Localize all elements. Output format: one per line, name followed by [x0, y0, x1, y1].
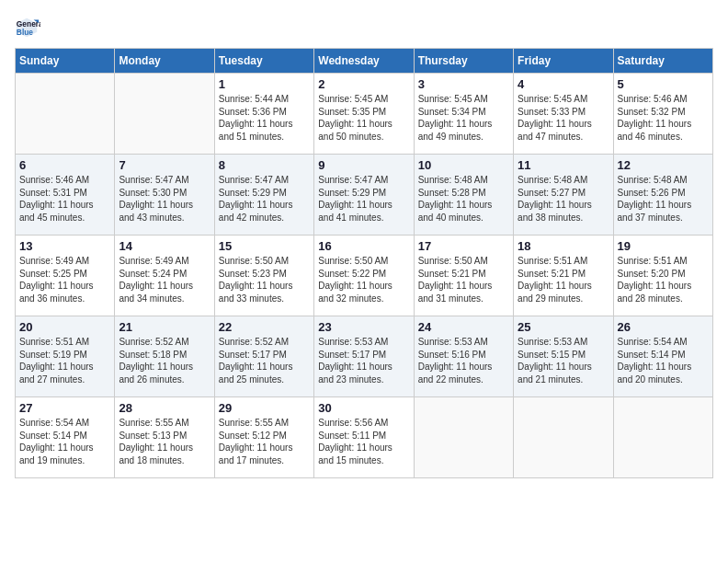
day-info: Sunrise: 5:55 AM Sunset: 5:12 PM Dayligh…: [219, 417, 310, 466]
calendar-cell: 20Sunrise: 5:51 AM Sunset: 5:19 PM Dayli…: [16, 316, 115, 397]
day-number: 3: [418, 77, 509, 91]
day-info: Sunrise: 5:47 AM Sunset: 5:29 PM Dayligh…: [219, 174, 310, 224]
day-number: 30: [318, 401, 409, 415]
calendar-cell: 10Sunrise: 5:48 AM Sunset: 5:28 PM Dayli…: [414, 155, 513, 236]
day-info: Sunrise: 5:46 AM Sunset: 5:32 PM Dayligh…: [618, 93, 709, 143]
day-info: Sunrise: 5:48 AM Sunset: 5:26 PM Dayligh…: [618, 174, 709, 224]
calendar-week-row: 13Sunrise: 5:49 AM Sunset: 5:25 PM Dayli…: [16, 236, 713, 316]
day-of-week-header: Monday: [115, 49, 214, 74]
logo-icon: General Blue: [15, 15, 40, 40]
calendar-cell: 28Sunrise: 5:55 AM Sunset: 5:13 PM Dayli…: [115, 397, 214, 478]
calendar-cell: 7Sunrise: 5:47 AM Sunset: 5:30 PM Daylig…: [115, 155, 214, 236]
day-number: 9: [318, 158, 409, 172]
calendar-cell: 16Sunrise: 5:50 AM Sunset: 5:22 PM Dayli…: [314, 236, 414, 316]
day-number: 10: [418, 158, 509, 172]
calendar-cell: 15Sunrise: 5:50 AM Sunset: 5:23 PM Dayli…: [214, 236, 313, 316]
page-header: General Blue: [15, 15, 713, 40]
day-number: 6: [19, 158, 110, 172]
day-number: 16: [318, 239, 409, 253]
calendar-cell: 2Sunrise: 5:45 AM Sunset: 5:35 PM Daylig…: [314, 74, 414, 155]
day-number: 21: [119, 320, 210, 334]
calendar-cell: 14Sunrise: 5:49 AM Sunset: 5:24 PM Dayli…: [115, 236, 214, 316]
calendar-table: SundayMondayTuesdayWednesdayThursdayFrid…: [15, 48, 713, 478]
day-number: 15: [219, 239, 310, 253]
calendar-week-row: 1Sunrise: 5:44 AM Sunset: 5:36 PM Daylig…: [16, 74, 713, 155]
day-info: Sunrise: 5:51 AM Sunset: 5:19 PM Dayligh…: [19, 336, 110, 385]
day-info: Sunrise: 5:53 AM Sunset: 5:15 PM Dayligh…: [518, 336, 609, 385]
day-number: 2: [318, 77, 409, 91]
day-number: 1: [219, 77, 310, 91]
calendar-cell: [16, 74, 115, 155]
day-info: Sunrise: 5:47 AM Sunset: 5:29 PM Dayligh…: [318, 174, 409, 224]
day-info: Sunrise: 5:46 AM Sunset: 5:31 PM Dayligh…: [19, 174, 110, 224]
day-info: Sunrise: 5:44 AM Sunset: 5:36 PM Dayligh…: [219, 93, 310, 143]
calendar-cell: 11Sunrise: 5:48 AM Sunset: 5:27 PM Dayli…: [514, 155, 613, 236]
day-info: Sunrise: 5:47 AM Sunset: 5:30 PM Dayligh…: [119, 174, 210, 224]
calendar-cell: 26Sunrise: 5:54 AM Sunset: 5:14 PM Dayli…: [613, 316, 712, 397]
calendar-cell: 25Sunrise: 5:53 AM Sunset: 5:15 PM Dayli…: [514, 316, 613, 397]
calendar-cell: 24Sunrise: 5:53 AM Sunset: 5:16 PM Dayli…: [414, 316, 513, 397]
day-number: 20: [19, 320, 110, 334]
day-of-week-header: Friday: [514, 49, 613, 74]
day-of-week-header: Wednesday: [314, 49, 414, 74]
calendar-week-row: 20Sunrise: 5:51 AM Sunset: 5:19 PM Dayli…: [16, 316, 713, 397]
calendar-cell: 5Sunrise: 5:46 AM Sunset: 5:32 PM Daylig…: [613, 74, 712, 155]
day-number: 27: [19, 401, 110, 415]
day-number: 24: [418, 320, 509, 334]
day-info: Sunrise: 5:45 AM Sunset: 5:33 PM Dayligh…: [518, 93, 609, 143]
day-info: Sunrise: 5:55 AM Sunset: 5:13 PM Dayligh…: [119, 417, 210, 466]
day-number: 4: [518, 77, 609, 91]
calendar-cell: 8Sunrise: 5:47 AM Sunset: 5:29 PM Daylig…: [214, 155, 313, 236]
day-info: Sunrise: 5:50 AM Sunset: 5:22 PM Dayligh…: [318, 255, 409, 304]
calendar-cell: 30Sunrise: 5:56 AM Sunset: 5:11 PM Dayli…: [314, 397, 414, 478]
day-info: Sunrise: 5:49 AM Sunset: 5:25 PM Dayligh…: [19, 255, 110, 304]
calendar-cell: 1Sunrise: 5:44 AM Sunset: 5:36 PM Daylig…: [214, 74, 313, 155]
day-of-week-header: Tuesday: [214, 49, 313, 74]
calendar-cell: 21Sunrise: 5:52 AM Sunset: 5:18 PM Dayli…: [115, 316, 214, 397]
day-of-week-header: Thursday: [414, 49, 513, 74]
day-info: Sunrise: 5:45 AM Sunset: 5:34 PM Dayligh…: [418, 93, 509, 143]
calendar-cell: 18Sunrise: 5:51 AM Sunset: 5:21 PM Dayli…: [514, 236, 613, 316]
calendar-cell: [115, 74, 214, 155]
day-info: Sunrise: 5:48 AM Sunset: 5:28 PM Dayligh…: [418, 174, 509, 224]
day-number: 14: [119, 239, 210, 253]
day-info: Sunrise: 5:52 AM Sunset: 5:17 PM Dayligh…: [219, 336, 310, 385]
day-number: 11: [518, 158, 609, 172]
day-number: 29: [219, 401, 310, 415]
day-number: 17: [418, 239, 509, 253]
day-of-week-header: Sunday: [16, 49, 115, 74]
calendar-cell: 12Sunrise: 5:48 AM Sunset: 5:26 PM Dayli…: [613, 155, 712, 236]
calendar-cell: [414, 397, 513, 478]
day-number: 8: [219, 158, 310, 172]
day-info: Sunrise: 5:54 AM Sunset: 5:14 PM Dayligh…: [618, 336, 709, 385]
calendar-cell: 9Sunrise: 5:47 AM Sunset: 5:29 PM Daylig…: [314, 155, 414, 236]
svg-text:Blue: Blue: [17, 28, 33, 37]
day-of-week-header: Saturday: [613, 49, 712, 74]
day-number: 22: [219, 320, 310, 334]
day-number: 25: [518, 320, 609, 334]
calendar-cell: 13Sunrise: 5:49 AM Sunset: 5:25 PM Dayli…: [16, 236, 115, 316]
day-info: Sunrise: 5:53 AM Sunset: 5:16 PM Dayligh…: [418, 336, 509, 385]
day-info: Sunrise: 5:52 AM Sunset: 5:18 PM Dayligh…: [119, 336, 210, 385]
logo: General Blue: [15, 15, 44, 40]
calendar-week-row: 6Sunrise: 5:46 AM Sunset: 5:31 PM Daylig…: [16, 155, 713, 236]
day-info: Sunrise: 5:45 AM Sunset: 5:35 PM Dayligh…: [318, 93, 409, 143]
day-number: 12: [618, 158, 709, 172]
day-info: Sunrise: 5:51 AM Sunset: 5:21 PM Dayligh…: [518, 255, 609, 304]
calendar-cell: [514, 397, 613, 478]
calendar-week-row: 27Sunrise: 5:54 AM Sunset: 5:14 PM Dayli…: [16, 397, 713, 478]
calendar-cell: 23Sunrise: 5:53 AM Sunset: 5:17 PM Dayli…: [314, 316, 414, 397]
calendar-cell: 19Sunrise: 5:51 AM Sunset: 5:20 PM Dayli…: [613, 236, 712, 316]
calendar-cell: [613, 397, 712, 478]
day-info: Sunrise: 5:54 AM Sunset: 5:14 PM Dayligh…: [19, 417, 110, 466]
day-info: Sunrise: 5:50 AM Sunset: 5:21 PM Dayligh…: [418, 255, 509, 304]
day-number: 19: [618, 239, 709, 253]
day-info: Sunrise: 5:53 AM Sunset: 5:17 PM Dayligh…: [318, 336, 409, 385]
day-number: 18: [518, 239, 609, 253]
calendar-cell: 29Sunrise: 5:55 AM Sunset: 5:12 PM Dayli…: [214, 397, 313, 478]
day-info: Sunrise: 5:48 AM Sunset: 5:27 PM Dayligh…: [518, 174, 609, 224]
calendar-cell: 27Sunrise: 5:54 AM Sunset: 5:14 PM Dayli…: [16, 397, 115, 478]
calendar-cell: 3Sunrise: 5:45 AM Sunset: 5:34 PM Daylig…: [414, 74, 513, 155]
day-info: Sunrise: 5:51 AM Sunset: 5:20 PM Dayligh…: [618, 255, 709, 304]
day-number: 7: [119, 158, 210, 172]
